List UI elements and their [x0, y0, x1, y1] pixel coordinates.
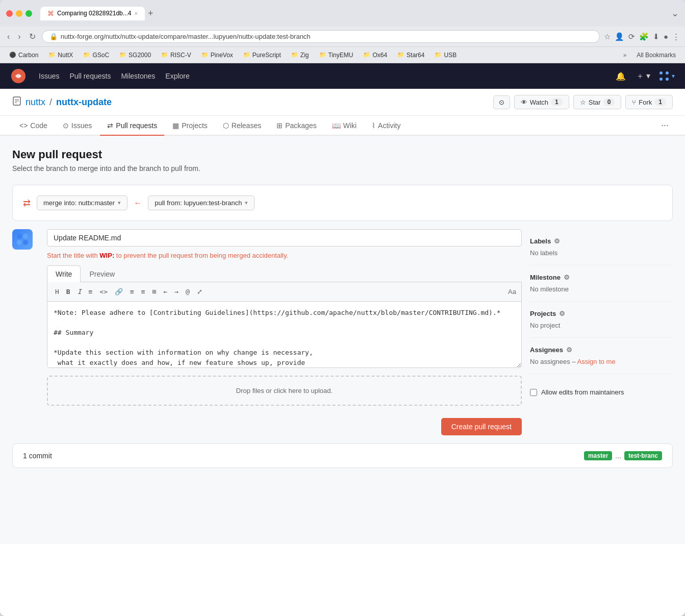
mention-btn[interactable]: @ [183, 286, 192, 297]
repo-name-link[interactable]: nuttx-update [56, 97, 112, 108]
indent-left-btn[interactable]: ← [161, 286, 170, 297]
bookmark-carbon[interactable]: ⚫ Carbon [5, 51, 42, 60]
watch-count: 1 [551, 98, 563, 106]
new-item-btn[interactable]: ＋ ▾ [634, 69, 652, 84]
tab-pull-requests[interactable]: ⇄ Pull requests [100, 116, 164, 136]
link-btn[interactable]: 🔗 [112, 286, 125, 297]
app-logo[interactable] [10, 68, 27, 84]
watch-button[interactable]: 👁 Watch 1 [514, 95, 569, 109]
svg-point-12 [23, 240, 28, 245]
window-controls[interactable]: ⌄ [671, 8, 679, 19]
bookmark-usb[interactable]: 📁 USB [430, 51, 461, 60]
bookmark-star64[interactable]: 📁 Star64 [393, 51, 428, 60]
tab-releases[interactable]: ⬡ Releases [216, 116, 268, 136]
tab-projects[interactable]: ▦ Projects [165, 116, 215, 136]
tab-close-btn[interactable]: × [134, 10, 137, 16]
maximize-button[interactable] [26, 10, 32, 17]
repo-icon [12, 96, 21, 108]
bold-btn[interactable]: B [64, 286, 73, 297]
italic-btn[interactable]: I [75, 286, 84, 297]
lock-icon: 🔒 [49, 33, 58, 40]
bookmark-tinyemu[interactable]: 📁 TinyEMU [315, 51, 358, 60]
repo-owner-link[interactable]: nuttx [26, 97, 45, 108]
merge-into-label: merge into: nuttx:master [43, 199, 115, 207]
bookmark-folder-icon: 📁 [48, 52, 56, 58]
active-tab[interactable]: ⌘ Comparing 02828921db...4 × [40, 7, 145, 20]
bookmarks-more-btn[interactable]: » [623, 52, 627, 59]
assignees-gear-icon[interactable]: ⚙ [566, 346, 572, 354]
fullscreen-btn[interactable]: ⤢ [194, 286, 205, 297]
strikethrough-btn[interactable]: ≡ [86, 286, 95, 297]
bookmark-zig[interactable]: 📁 Zig [287, 51, 313, 60]
new-tab-button[interactable]: + [148, 8, 154, 19]
bookmark-purescript[interactable]: 📁 PureScript [239, 51, 285, 60]
bookmark-ox64[interactable]: 📁 Ox64 [359, 51, 391, 60]
tab-projects-label: Projects [182, 121, 208, 130]
ordered-list-btn[interactable]: ≡ [139, 286, 148, 297]
eye-icon: 👁 [521, 98, 527, 106]
pull-from-select[interactable]: pull from: lupyuen:test-branch ▾ [148, 195, 255, 210]
extension-icon[interactable]: 🧩 [639, 32, 649, 41]
master-branch-badge[interactable]: master [584, 451, 612, 460]
indent-right-btn[interactable]: → [172, 286, 181, 297]
pr-title-input[interactable] [47, 229, 522, 247]
upload-area[interactable]: Drop files or click here to upload. [47, 376, 522, 406]
user-avatar-header[interactable]: ● [664, 32, 668, 41]
bookmark-usb-label: USB [444, 52, 456, 59]
unordered-list-btn[interactable]: ≡ [128, 286, 137, 297]
all-bookmarks-btn[interactable]: All Bookmarks [632, 51, 680, 60]
nav-milestones[interactable]: Milestones [121, 70, 155, 82]
nav-issues[interactable]: Issues [39, 70, 59, 82]
preview-tab[interactable]: Preview [81, 265, 123, 282]
sidebar-labels: Labels ⚙ No labels [530, 229, 673, 265]
forward-button[interactable]: › [16, 30, 22, 43]
merge-into-select[interactable]: merge into: nuttx:master ▾ [37, 195, 128, 210]
address-bar[interactable]: 🔒 nuttx-forge.org/nuttx/nuttx-update/com… [42, 30, 600, 43]
minimize-button[interactable] [16, 10, 22, 17]
sync-icon[interactable]: ⟳ [628, 32, 635, 41]
menu-icon[interactable]: ⋮ [672, 32, 680, 41]
assign-me-link[interactable]: Assign to me [577, 358, 616, 365]
heading-btn[interactable]: H [53, 286, 62, 297]
close-button[interactable] [6, 10, 13, 17]
create-pr-button[interactable]: Create pull request [441, 418, 522, 435]
download-icon[interactable]: ⬇ [653, 32, 659, 41]
labels-gear-icon[interactable]: ⚙ [554, 237, 560, 245]
fork-button[interactable]: ⑂ Fork 1 [625, 95, 673, 109]
back-button[interactable]: ‹ [5, 30, 12, 43]
sidebar-projects: Projects ⚙ No project [530, 302, 673, 338]
bookmark-nuttx[interactable]: 📁 NuttX [44, 51, 77, 60]
tabs-more-btn[interactable]: ··· [657, 116, 673, 135]
fork-icon: ⑂ [632, 98, 636, 106]
gitea-apps-btn[interactable]: ▾ [658, 70, 675, 82]
bookmark-riscv[interactable]: 📁 RISC-V [157, 51, 195, 60]
tab-wiki-label: Wiki [343, 121, 357, 130]
tab-issues[interactable]: ⊙ Issues [56, 116, 99, 136]
code-btn[interactable]: <> [97, 286, 110, 297]
tab-wiki[interactable]: 📖 Wiki [325, 116, 364, 136]
nav-explore[interactable]: Explore [165, 70, 189, 82]
tab-activity[interactable]: ⌇ Activity [365, 116, 408, 136]
notifications-btn[interactable]: 🔔 [614, 69, 628, 83]
profile-icon[interactable]: 👤 [615, 32, 624, 41]
bookmark-gsoc[interactable]: 📁 GSoC [79, 51, 113, 60]
editor-textarea[interactable]: *Note: Please adhere to [Contributing Gu… [47, 302, 522, 368]
editor-wrapper: Start the title with WIP: to prevent the… [47, 229, 522, 435]
font-size-btn[interactable]: Aa [508, 288, 516, 295]
task-list-btn[interactable]: ⊞ [150, 286, 159, 297]
projects-gear-icon[interactable]: ⚙ [559, 310, 565, 317]
milestone-gear-icon[interactable]: ⚙ [564, 274, 570, 281]
rss-button[interactable]: ⊙ [493, 95, 510, 109]
tab-packages[interactable]: ⊞ Packages [269, 116, 323, 136]
write-tab[interactable]: Write [47, 265, 81, 282]
url-text: nuttx-forge.org/nuttx/nuttx-update/compa… [61, 33, 592, 40]
star-button[interactable]: ☆ Star 0 [573, 95, 622, 109]
maintainers-checkbox[interactable] [530, 389, 537, 396]
test-branch-badge[interactable]: test-branc [624, 451, 662, 460]
bookmark-pinevox[interactable]: 📁 PineVox [197, 51, 237, 60]
bookmark-sg2000[interactable]: 📁 SG2000 [115, 51, 155, 60]
bookmark-icon[interactable]: ☆ [604, 32, 611, 41]
reload-button[interactable]: ↻ [27, 30, 38, 43]
nav-pull-requests[interactable]: Pull requests [69, 70, 111, 82]
tab-code[interactable]: <> Code [12, 116, 55, 136]
